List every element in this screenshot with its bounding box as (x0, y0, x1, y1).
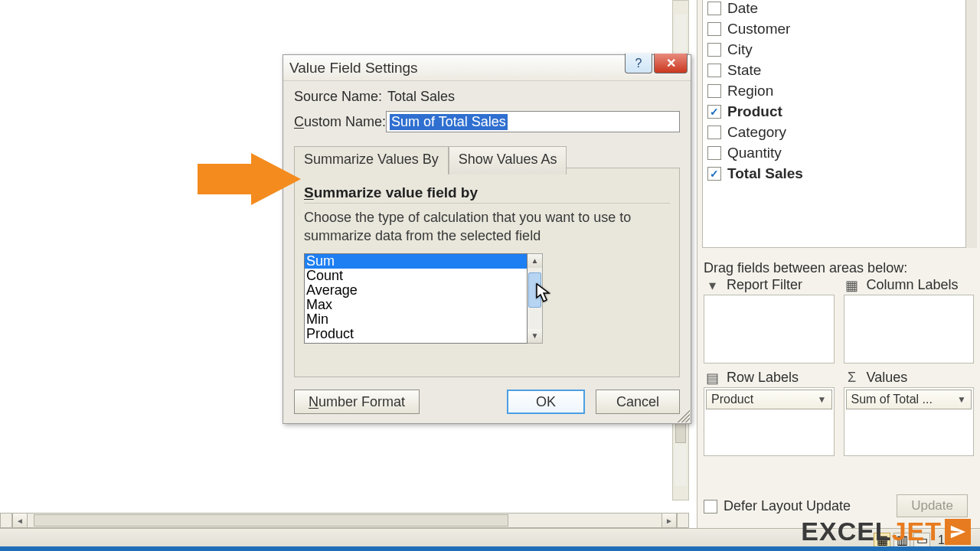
area-report-filter[interactable]: ▾Report Filter (704, 277, 835, 364)
custom-name-value: Sum of Total Sales (390, 114, 508, 130)
area-values[interactable]: ΣValues Sum of Total ...▼ (844, 370, 975, 456)
field-label: Region (727, 83, 773, 99)
field-label: Total Sales (727, 165, 803, 182)
field-label: Category (727, 124, 786, 141)
scroll-up-icon[interactable]: ▲ (528, 254, 542, 268)
field-label: State (727, 62, 761, 79)
sigma-icon: Σ (844, 371, 861, 385)
field-list-scrollbar[interactable] (966, 0, 977, 248)
help-icon: ? (635, 57, 642, 70)
field-row-category[interactable]: Category (707, 122, 961, 142)
field-checkbox[interactable] (707, 105, 721, 119)
calc-option-product[interactable]: Product (305, 327, 527, 341)
scroll-left-icon[interactable]: ◄ (12, 513, 28, 528)
field-row-total-sales[interactable]: Total Sales (707, 163, 961, 184)
scroll-right-icon[interactable]: ► (662, 513, 677, 528)
scroll-down-icon[interactable]: ▼ (528, 329, 542, 343)
source-name-value: Total Sales (387, 89, 455, 105)
field-checkbox[interactable] (707, 22, 721, 36)
area-row-labels[interactable]: ▤Row Labels Product▼ (704, 370, 835, 456)
chevron-down-icon: ▼ (818, 394, 827, 405)
value-token-sum-total-sales[interactable]: Sum of Total ...▼ (846, 390, 972, 409)
calc-option-max[interactable]: Max (305, 298, 527, 312)
calc-option-average[interactable]: Average (305, 283, 527, 298)
update-button: Update (897, 494, 968, 517)
field-checkbox[interactable] (707, 43, 721, 57)
ok-button[interactable]: OK (507, 390, 585, 414)
field-checkbox[interactable] (707, 84, 721, 98)
area-label: Report Filter (727, 277, 802, 293)
field-row-date[interactable]: Date (707, 0, 961, 18)
defer-layout-checkbox[interactable] (704, 500, 717, 514)
field-row-product[interactable]: Product (707, 101, 961, 122)
field-row-quantity[interactable]: Quantity (707, 142, 961, 163)
worksheet-horizontal-scrollbar[interactable]: ◄ ► (0, 513, 689, 528)
number-format-button[interactable]: Number Format (294, 390, 420, 414)
field-checkbox[interactable] (707, 126, 721, 139)
bottom-accent-bar (0, 546, 980, 551)
tab-show-values-as[interactable]: Show Values As (449, 146, 567, 174)
dialog-title: Value Field Settings (289, 60, 418, 77)
exceljet-logo: EXCELJET (801, 517, 971, 546)
listbox-scrollbar[interactable]: ▲ ▼ (528, 253, 543, 344)
field-row-state[interactable]: State (707, 60, 961, 80)
tab-summarize-values-by[interactable]: Summarize Values By (294, 146, 449, 174)
columns-icon: ▦ (844, 279, 861, 292)
custom-name-label: Custom Name: (294, 114, 386, 130)
calc-option-sum[interactable]: Sum (305, 254, 527, 269)
field-label: City (727, 41, 753, 58)
dialog-titlebar[interactable]: Value Field Settings ? ✕ (283, 55, 691, 81)
calculation-type-listbox[interactable]: SumCountAverageMaxMinProduct (304, 253, 528, 344)
custom-name-input[interactable]: Sum of Total Sales (386, 111, 680, 132)
field-label: Customer (727, 21, 790, 37)
field-row-customer[interactable]: Customer (707, 18, 961, 39)
value-field-settings-dialog: Value Field Settings ? ✕ Source Name: To… (283, 54, 691, 424)
field-checkbox[interactable] (707, 146, 721, 160)
pivot-field-list-panel: DateCustomerCityStateRegionProductCatego… (697, 0, 980, 551)
field-label: Date (727, 0, 758, 17)
field-checkbox[interactable] (707, 2, 721, 15)
close-icon: ✕ (666, 56, 676, 70)
rows-icon: ▤ (704, 371, 720, 385)
chevron-down-icon: ▼ (957, 394, 966, 405)
resize-grip-icon[interactable] (678, 410, 690, 422)
field-label: Product (727, 103, 782, 120)
defer-layout-label: Defer Layout Update (724, 498, 851, 514)
area-label: Values (867, 370, 908, 386)
field-checkbox[interactable] (707, 167, 721, 181)
field-list: DateCustomerCityStateRegionProductCatego… (702, 0, 966, 248)
field-checkbox[interactable] (707, 64, 721, 77)
summarize-section-title: Summarize value field by (304, 184, 670, 204)
field-row-city[interactable]: City (707, 39, 961, 60)
help-button[interactable]: ? (625, 54, 652, 73)
summarize-description: Choose the type of calculation that you … (304, 208, 670, 246)
area-label: Column Labels (867, 277, 959, 293)
cancel-button[interactable]: Cancel (596, 390, 680, 414)
field-label: Quantity (727, 145, 782, 161)
area-label: Row Labels (727, 370, 799, 386)
calc-option-count[interactable]: Count (305, 269, 527, 283)
field-row-region[interactable]: Region (707, 80, 961, 101)
source-name-label: Source Name: (294, 89, 384, 105)
calc-option-min[interactable]: Min (305, 312, 527, 327)
close-button[interactable]: ✕ (654, 54, 688, 73)
row-token-product[interactable]: Product▼ (706, 390, 832, 409)
paper-plane-icon (945, 519, 971, 545)
area-column-labels[interactable]: ▦Column Labels (844, 277, 975, 364)
filter-icon: ▾ (704, 279, 720, 292)
drag-fields-label: Drag fields between areas below: (704, 260, 907, 276)
tab-container: Summarize Values By Show Values As Summa… (294, 168, 680, 377)
